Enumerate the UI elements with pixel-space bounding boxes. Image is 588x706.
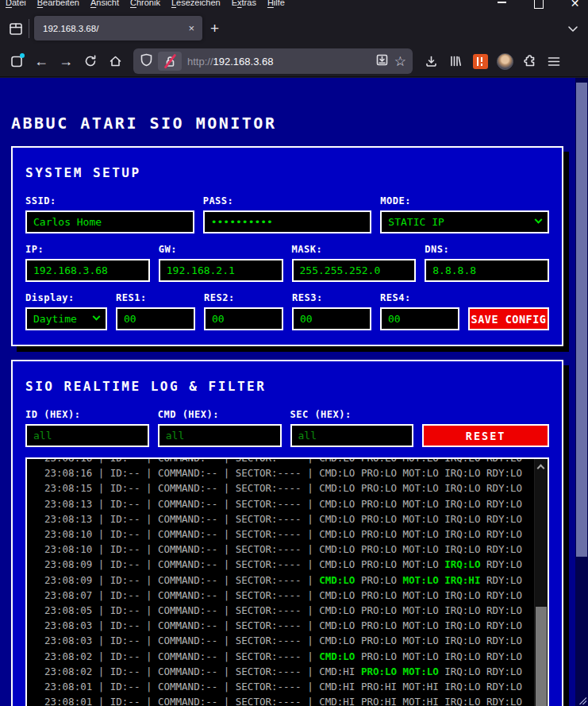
ip-input[interactable]: 192.168.3.68 <box>25 259 150 282</box>
save-config-button[interactable]: SAVE CONFIG <box>468 307 549 330</box>
filter-cmd-input[interactable]: all <box>158 424 282 447</box>
log-row: 23:08:03 | ID:-- | COMMAND:-- | SECTOR:-… <box>44 618 548 633</box>
nav-toolbar: ← → http://192.168.3.68 ☆ <box>0 46 588 77</box>
save-page-icon[interactable] <box>375 53 389 70</box>
address-bar[interactable]: http://192.168.3.68 ☆ <box>133 48 413 74</box>
log-row: 23:08:01 | ID:-- | COMMAND:-- | SECTOR:-… <box>44 694 548 706</box>
system-setup-heading: SYSTEM SETUP <box>25 165 549 180</box>
system-setup-panel: SYSTEM SETUP SSID: Carlos Home PASS: •••… <box>11 146 563 346</box>
log-row: 23:08:13 | ID:-- | COMMAND:-- | SECTOR:-… <box>44 496 548 511</box>
log-rows: 23:08:16 | ID:-- | COMMAND:-- | SECTOR:-… <box>27 457 548 706</box>
filter-id-field: ID (HEX): all <box>25 409 149 447</box>
filter-id-label: ID (HEX): <box>25 409 149 420</box>
res2-label: RES2: <box>204 292 283 303</box>
tab-close-icon[interactable]: × <box>186 22 196 34</box>
mode-label: MODE: <box>380 195 549 206</box>
log-row: 23:08:01 | ID:-- | COMMAND:-- | SECTOR:-… <box>44 679 548 694</box>
mode-field: MODE: STATIC IP <box>380 195 549 233</box>
filter-cmd-label: CMD (HEX): <box>158 409 282 420</box>
sio-log-heading: SIO REALTIME LOG & FILTER <box>25 379 549 394</box>
minimize-button[interactable] <box>497 0 507 8</box>
res4-input[interactable]: 00 <box>380 307 459 330</box>
log-row: 23:08:05 | ID:-- | COMMAND:-- | SECTOR:-… <box>44 603 548 618</box>
menu-ansicht[interactable]: Ansicht <box>85 0 125 9</box>
extension-orange-icon[interactable] <box>469 50 491 72</box>
bookmark-star-icon[interactable]: ☆ <box>394 55 406 68</box>
dns-field: DNS: 8.8.8.8 <box>425 244 549 282</box>
downloads-icon[interactable] <box>420 50 442 72</box>
pass-input[interactable]: •••••••••• <box>203 210 372 233</box>
menu-items: DateiBearbeitenAnsichtChronikLesezeichen… <box>0 0 497 9</box>
res2-input[interactable]: 00 <box>204 307 283 330</box>
log-row: 23:08:09 | ID:-- | COMMAND:-- | SECTOR:-… <box>44 557 548 572</box>
mask-input[interactable]: 255.255.252.0 <box>292 259 417 282</box>
res3-field: RES3: 00 <box>292 292 371 330</box>
resize-grip-icon[interactable] <box>578 696 586 704</box>
profile-avatar[interactable] <box>494 50 516 72</box>
log-scrollbar-thumb[interactable] <box>536 607 547 706</box>
chevron-down-icon <box>535 216 543 224</box>
res1-field: RES1: 00 <box>116 292 195 330</box>
reset-button[interactable]: RESET <box>422 424 549 447</box>
hamburger-menu-icon[interactable] <box>543 50 565 72</box>
tab-active[interactable]: 192.168.3.68/ × <box>34 16 202 41</box>
log-scrollbar[interactable] <box>534 459 548 706</box>
library-icon[interactable] <box>444 50 467 72</box>
shield-icon[interactable] <box>140 53 152 70</box>
filter-sec-field: SEC (HEX): all <box>290 409 414 447</box>
firefox-view-icon[interactable] <box>6 50 28 72</box>
gw-input[interactable]: 192.168.2.1 <box>159 259 283 282</box>
ip-field: IP: 192.168.3.68 <box>25 244 150 282</box>
res2-field: RES2: 00 <box>204 292 283 330</box>
maximize-button[interactable] <box>533 0 544 8</box>
close-window-button[interactable]: ✕ <box>570 0 580 9</box>
log-row: 23:08:02 | ID:-- | COMMAND:-- | SECTOR:-… <box>44 664 548 679</box>
log-row: 23:08:07 | ID:-- | COMMAND:-- | SECTOR:-… <box>44 588 548 603</box>
log-row: 23:08:13 | ID:-- | COMMAND:-- | SECTOR:-… <box>44 511 548 527</box>
page-scrollbar-thumb[interactable] <box>576 83 587 557</box>
menu-chronik[interactable]: Chronik <box>125 0 166 9</box>
log-row: 23:08:16 | ID:-- | COMMAND:-- | SECTOR:-… <box>44 465 548 480</box>
archive-box-icon[interactable] <box>8 21 24 37</box>
menu-datei[interactable]: Datei <box>0 0 32 9</box>
page-scrollbar[interactable] <box>575 78 588 706</box>
display-select[interactable]: Daytime <box>25 307 107 330</box>
log-box: 23:08:16 | ID:-- | COMMAND:-- | SECTOR:-… <box>25 457 549 706</box>
filter-id-input[interactable]: all <box>25 424 149 447</box>
reload-button[interactable] <box>79 50 102 72</box>
browser-window: DateiBearbeitenAnsichtChronikLesezeichen… <box>0 0 588 706</box>
dns-input[interactable]: 8.8.8.8 <box>425 259 549 282</box>
tab-title: 192.168.3.68/ <box>43 24 186 33</box>
menu-bar: DateiBearbeitenAnsichtChronikLesezeichen… <box>0 0 588 10</box>
log-row: 23:08:10 | ID:-- | COMMAND:-- | SECTOR:-… <box>44 542 548 557</box>
insecure-lock-icon[interactable] <box>158 52 182 71</box>
res3-input[interactable]: 00 <box>292 307 371 330</box>
filter-sec-input[interactable]: all <box>290 424 414 447</box>
forward-button[interactable]: → <box>55 50 77 72</box>
menu-bearbeiten[interactable]: Bearbeiten <box>32 0 85 9</box>
filter-row: ID (HEX): all CMD (HEX): all SEC (HEX): … <box>25 409 549 447</box>
display-label: Display: <box>25 292 107 303</box>
mask-field: MASK: 255.255.252.0 <box>292 244 417 282</box>
menu-hilfe[interactable]: Hilfe <box>262 0 290 9</box>
mode-select[interactable]: STATIC IP <box>380 210 549 233</box>
url-text[interactable]: http://192.168.3.68 <box>187 56 370 68</box>
ssid-input[interactable]: Carlos Home <box>25 210 194 233</box>
scroll-up-arrow-icon[interactable] <box>537 465 545 473</box>
menu-extras[interactable]: Extras <box>226 0 262 9</box>
log-row: 23:08:16 | ID:-- | COMMAND:-- | SECTOR:-… <box>44 457 548 465</box>
extensions-puzzle-icon[interactable] <box>518 50 540 72</box>
new-tab-button[interactable]: + <box>202 20 227 37</box>
menu-lesezeichen[interactable]: Lesezeichen <box>166 0 226 9</box>
ssid-field: SSID: Carlos Home <box>25 195 194 233</box>
url-scheme: http:// <box>187 56 213 68</box>
chevron-down-icon <box>93 313 101 321</box>
chevron-down-icon[interactable] <box>567 21 578 36</box>
pass-label: PASS: <box>203 195 372 206</box>
res1-input[interactable]: 00 <box>116 307 195 330</box>
page-content: ABBUC ATARI SIO MONITOR SYSTEM SETUP SSI… <box>0 78 575 706</box>
back-button[interactable]: ← <box>30 50 52 72</box>
ip-label: IP: <box>25 244 150 255</box>
setup-row-3: Display: Daytime RES1: 00 RES2: 00 <box>25 292 549 330</box>
home-button[interactable] <box>104 50 126 72</box>
